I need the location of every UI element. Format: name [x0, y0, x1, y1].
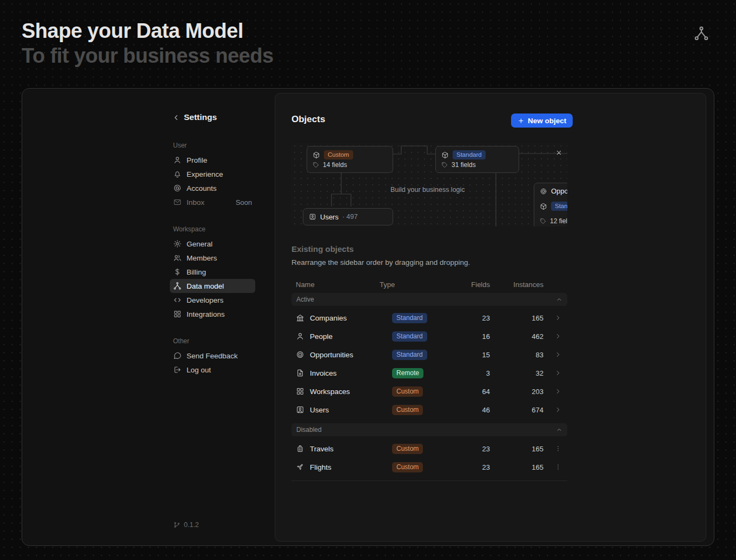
chevron-right-icon[interactable] [554, 314, 562, 322]
canvas-node-custom[interactable]: Custom 14 fields [307, 146, 393, 173]
settings-back-button[interactable]: Settings [172, 112, 217, 122]
object-row-users[interactable]: Users Custom 46 674 [291, 401, 567, 419]
type-badge: Custom [392, 386, 423, 397]
type-badge: Custom [392, 444, 423, 454]
object-row-opportunities[interactable]: Opportunities Standard 15 83 [291, 345, 567, 364]
grid-icon [173, 310, 182, 318]
page-title: Shape your Data Model [22, 19, 243, 43]
sidebar-item-label: Accounts [187, 184, 217, 192]
sidebar-item-profile[interactable]: Profile [170, 153, 255, 167]
app-window: Settings User Profile Experience Account… [22, 88, 714, 546]
type-badge: Standard [392, 350, 427, 360]
chevron-up-icon [556, 296, 562, 303]
objects-table: Name Type Fields Instances Active Compan… [291, 277, 567, 481]
fields-value: 46 [452, 406, 492, 414]
column-instances: Instances [492, 281, 549, 289]
at-sign-icon [173, 184, 182, 192]
sidebar-item-billing[interactable]: Billing [170, 265, 255, 279]
sidebar-item-log-out[interactable]: Log out [170, 363, 255, 377]
target-icon [540, 188, 547, 195]
plane-icon [296, 463, 304, 471]
sidebar-item-members[interactable]: Members [170, 251, 255, 265]
sidebar-item-label: Members [187, 254, 217, 262]
plus-icon [518, 117, 525, 124]
settings-sidebar: Settings User Profile Experience Account… [170, 89, 262, 545]
group-header-disabled[interactable]: Disabled [291, 423, 567, 436]
sidebar-item-developers[interactable]: Developers [170, 293, 255, 307]
type-badge: Custom [392, 405, 423, 415]
existing-objects-title: Existing objects [291, 244, 354, 254]
instances-value: 203 [492, 388, 549, 396]
nav-section-other: Other Send Feedback Log out [170, 337, 255, 377]
users-icon [173, 254, 182, 262]
instances-value: 165 [492, 314, 549, 322]
object-name: Companies [310, 314, 347, 322]
group-label: Active [296, 296, 314, 303]
object-row-flights[interactable]: Flights Custom 23 165 [291, 458, 567, 476]
fields-value: 15 [452, 351, 492, 359]
app-version: 0.1.2 [173, 521, 199, 529]
object-name: People [310, 332, 333, 341]
fields-value: 3 [452, 369, 492, 377]
fields-count: 12 fields [550, 217, 567, 225]
object-name: Flights [310, 463, 331, 471]
sidebar-item-label: Data model [187, 282, 224, 290]
type-badge: Standard [551, 202, 567, 211]
group-label: Disabled [296, 426, 322, 434]
fields-value: 23 [452, 314, 492, 322]
code-icon [173, 296, 182, 304]
type-badge: Standard [453, 150, 486, 159]
node-name: Users [320, 213, 339, 221]
page-subtitle: To fit your business needs [22, 44, 274, 68]
user-icon [173, 156, 182, 164]
user-box-icon [296, 405, 304, 414]
fields-value: 23 [452, 463, 492, 471]
fields-count: 31 fields [452, 161, 476, 169]
canvas-node-standard[interactable]: Standard 31 fields [435, 146, 519, 173]
chevron-right-icon[interactable] [554, 332, 562, 340]
sidebar-item-data-model[interactable]: Data model [170, 279, 255, 293]
delete-connection-icon[interactable] [555, 149, 562, 156]
sidebar-item-integrations[interactable]: Integrations [170, 307, 255, 321]
sidebar-item-label: Developers [187, 296, 223, 304]
object-row-travels[interactable]: Travels Custom 23 165 [291, 439, 567, 458]
chevron-right-icon[interactable] [554, 369, 562, 377]
kebab-menu-icon[interactable] [554, 445, 562, 452]
object-name: Invoices [310, 369, 337, 377]
grid-icon [296, 387, 304, 396]
user-icon [296, 332, 304, 341]
sidebar-item-accounts[interactable]: Accounts [170, 181, 255, 195]
git-branch-icon [173, 521, 181, 529]
canvas-node-users[interactable]: Users · 497 [303, 208, 393, 225]
column-fields: Fields [452, 281, 492, 289]
object-row-workspaces[interactable]: Workspaces Custom 64 203 [291, 382, 567, 401]
kebab-menu-icon[interactable] [554, 463, 562, 471]
sidebar-item-inbox[interactable]: Inbox Soon [170, 195, 255, 209]
object-row-people[interactable]: People Standard 16 462 [291, 327, 567, 345]
sidebar-item-label: Log out [187, 366, 211, 374]
dollar-icon [173, 268, 182, 276]
object-row-invoices[interactable]: Invoices Remote 3 32 [291, 364, 567, 382]
instances-value: 32 [492, 369, 549, 377]
new-object-label: New object [528, 117, 566, 125]
chevron-right-icon[interactable] [554, 406, 562, 414]
type-badge: Standard [392, 331, 427, 342]
chevron-right-icon[interactable] [554, 351, 562, 358]
object-row-companies[interactable]: Companies Standard 23 165 [291, 309, 567, 327]
canvas-node-opportunities[interactable]: Opportunities Standard 12 fields [534, 183, 567, 226]
object-name: Travels [310, 445, 334, 453]
file-icon [296, 369, 304, 377]
data-model-icon [693, 25, 710, 42]
chevron-right-icon[interactable] [554, 388, 562, 395]
sidebar-item-label: Profile [187, 156, 207, 164]
tag-icon [441, 162, 448, 168]
sidebar-item-experience[interactable]: Experience [170, 167, 255, 181]
group-header-active[interactable]: Active [291, 293, 567, 306]
sidebar-item-send-feedback[interactable]: Send Feedback [170, 349, 255, 363]
sidebar-item-label: General [187, 240, 213, 248]
panel-title: Objects [291, 114, 325, 125]
sidebar-item-general[interactable]: General [170, 237, 255, 251]
target-icon [296, 350, 304, 359]
new-object-button[interactable]: New object [511, 114, 573, 128]
data-model-canvas[interactable]: Custom 14 fields Standard 31 fields Buil… [291, 143, 567, 226]
